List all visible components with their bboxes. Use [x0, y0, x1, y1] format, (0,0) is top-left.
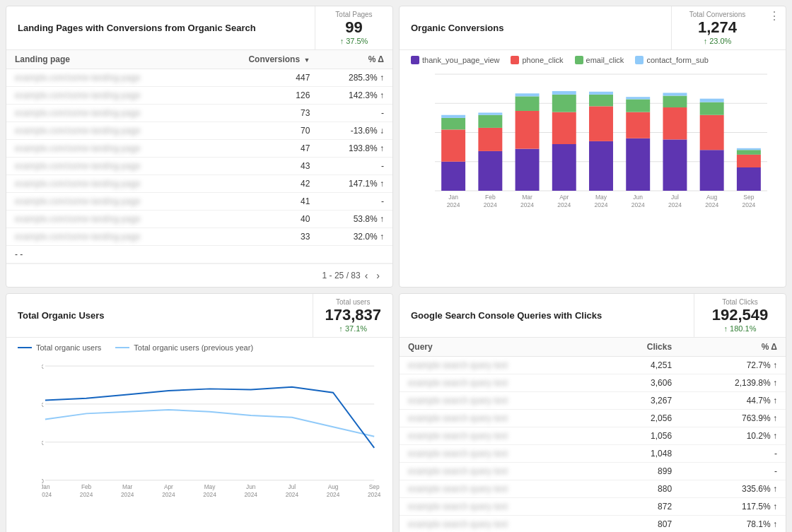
clicks-cell: 807: [606, 516, 680, 533]
landing-page-col-header[interactable]: Landing page: [6, 50, 208, 69]
conversions-cell: 33: [208, 228, 319, 246]
svg-text:Mar: Mar: [522, 194, 532, 201]
gsc-queries-stat: Total Clicks 192,549 ↑ 180.1%: [694, 294, 786, 337]
query-cell: example search query text: [400, 445, 606, 463]
gsc-delta-cell: 72.7% ↑: [680, 357, 786, 374]
gsc-delta-cell: -: [680, 445, 786, 463]
gsc-delta-cell: 2,139.8% ↑: [680, 374, 786, 392]
delta-cell: -: [318, 105, 392, 122]
svg-text:2024: 2024: [80, 491, 93, 498]
conversions-col-header[interactable]: Conversions ▼: [208, 50, 319, 69]
table-row: example.com/some-landing-page 41 -: [6, 193, 392, 211]
svg-text:2024: 2024: [520, 201, 534, 208]
delta-col-header[interactable]: % Δ: [318, 50, 392, 69]
line-chart-svg: 010K20K30KJan2024Feb2024Mar2024Apr2024Ma…: [42, 357, 381, 513]
legend-label: phone_click: [522, 56, 563, 64]
total-organic-users-title-area: Total Organic Users: [6, 294, 313, 337]
svg-text:2024: 2024: [121, 491, 134, 498]
table-row: example search query text 3,606 2,139.8%…: [400, 374, 786, 392]
svg-rect-53: [700, 115, 724, 150]
table-row: example search query text 3,267 44.7% ↑: [400, 392, 786, 410]
svg-text:2024: 2024: [631, 201, 645, 208]
gsc-queries-table: Query Clicks % Δ example search query te…: [400, 338, 786, 532]
svg-rect-58: [737, 167, 761, 191]
overflow-menu-button[interactable]: ⋮: [763, 6, 786, 49]
table-row: example.com/some-landing-page 47 193.8% …: [6, 140, 392, 158]
svg-rect-13: [441, 115, 465, 118]
table-row: example.com/some-landing-page 447 285.3%…: [6, 69, 392, 87]
delta-cell: -13.6% ↓: [318, 122, 392, 140]
svg-rect-30: [552, 95, 576, 112]
landing-page-cell: example.com/some-landing-page: [6, 193, 208, 211]
organic-conversions-stat: Total Conversions 1,274 ↑ 23.0%: [671, 6, 763, 49]
svg-rect-37: [589, 92, 613, 95]
line-legend-item: Total organic users: [18, 343, 101, 352]
conversions-cell: 41: [208, 193, 319, 211]
gsc-delta-cell: 117.5% ↑: [680, 498, 786, 516]
svg-text:30K: 30K: [42, 363, 44, 370]
conversions-cell: 126: [208, 87, 319, 105]
conversions-cell: 70: [208, 122, 319, 140]
clicks-cell: 1,048: [606, 445, 680, 463]
table-row: example search query text 872 117.5% ↑: [400, 498, 786, 516]
landing-page-cell: example.com/some-landing-page: [6, 211, 208, 228]
query-cell: example search query text: [400, 463, 606, 480]
landing-page-cell: example.com/some-landing-page: [6, 105, 208, 122]
landing-page-cell: example.com/some-landing-page: [6, 228, 208, 246]
svg-rect-40: [626, 138, 650, 191]
svg-rect-43: [626, 97, 650, 99]
legend-item: contact_form_sub: [635, 56, 708, 64]
landing-page-cell: example.com/some-landing-page: [6, 175, 208, 193]
svg-rect-48: [663, 96, 687, 108]
conversions-cell: 447: [208, 69, 319, 87]
svg-rect-12: [441, 118, 465, 130]
gsc-delta-cell: 10.2% ↑: [680, 427, 786, 445]
svg-rect-36: [589, 95, 613, 107]
svg-text:Sep: Sep: [369, 483, 380, 490]
gsc-queries-stat-value: 192,549: [712, 306, 769, 324]
landing-pages-header: Landing Pages with Conversions from Orga…: [6, 6, 392, 50]
svg-text:May: May: [595, 194, 607, 201]
table-row: example.com/some-landing-page 42 147.1% …: [6, 175, 392, 193]
gsc-queries-title-area: Google Search Console Queries with Click…: [400, 294, 694, 337]
pagination-next-button[interactable]: ›: [372, 268, 384, 283]
delta-cell: [318, 246, 392, 264]
svg-text:Aug: Aug: [328, 483, 339, 490]
svg-text:Apr: Apr: [559, 194, 569, 201]
table-row: example search query text 2,056 763.9% ↑: [400, 410, 786, 427]
clicks-cell: 872: [606, 498, 680, 516]
organic-conversions-stat-delta: ↑ 23.0%: [704, 37, 732, 45]
gsc-delta-cell: 763.9% ↑: [680, 410, 786, 427]
svg-text:Jan: Jan: [448, 194, 458, 201]
query-cell: example search query text: [400, 392, 606, 410]
table-row: example.com/some-landing-page 43 -: [6, 158, 392, 175]
delta-cell: 53.8% ↑: [318, 211, 392, 228]
svg-rect-17: [478, 128, 502, 151]
delta-cell: 147.1% ↑: [318, 175, 392, 193]
clicks-cell: 880: [606, 480, 680, 498]
total-organic-users-stat-label: Total users: [336, 298, 370, 306]
legend-color: [411, 56, 419, 64]
clicks-col-header[interactable]: Clicks: [606, 338, 680, 357]
organic-conversions-card: Organic Conversions Total Conversions 1,…: [399, 6, 786, 288]
conversions-cell: 73: [208, 105, 319, 122]
svg-rect-22: [516, 149, 540, 191]
pagination-prev-button[interactable]: ‹: [361, 268, 373, 283]
svg-text:2024: 2024: [668, 201, 682, 208]
legend-item: phone_click: [511, 56, 563, 64]
landing-pages-pagination: 1 - 25 / 83 ‹ ›: [6, 264, 392, 287]
svg-text:Jul: Jul: [671, 194, 679, 201]
query-cell: example search query text: [400, 516, 606, 533]
query-cell: example search query text: [400, 427, 606, 445]
gsc-queries-stat-delta: ↑ 180.1%: [724, 324, 757, 333]
gsc-delta-col-header[interactable]: % Δ: [680, 338, 786, 357]
query-col-header[interactable]: Query: [400, 338, 606, 357]
clicks-cell: 3,606: [606, 374, 680, 392]
gsc-queries-header: Google Search Console Queries with Click…: [400, 294, 786, 338]
line-legend-color: [115, 347, 129, 348]
svg-text:2024: 2024: [42, 491, 52, 498]
landing-pages-table-container: Landing page Conversions ▼ % Δ example.c…: [6, 50, 392, 287]
svg-rect-59: [737, 155, 761, 167]
landing-page-cell: example.com/some-landing-page: [6, 87, 208, 105]
total-organic-users-title: Total Organic Users: [18, 310, 105, 321]
